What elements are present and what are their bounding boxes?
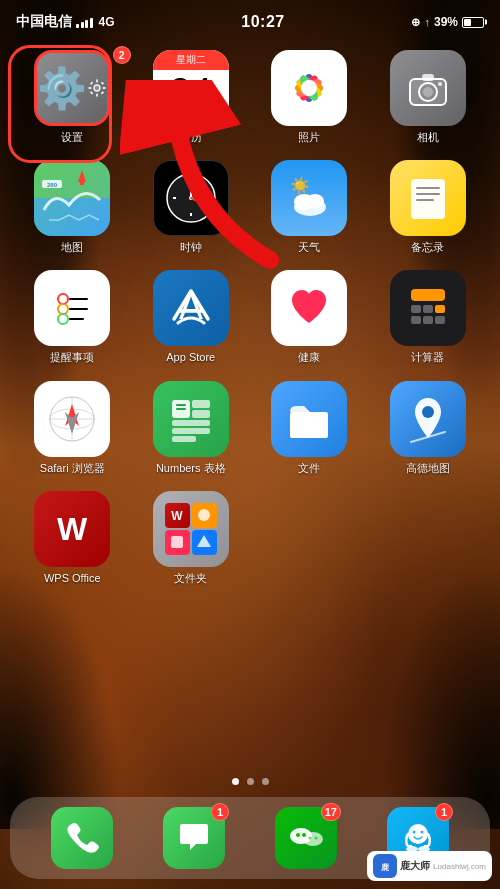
app-health[interactable]: 健康 — [255, 270, 364, 364]
folder-mini-icon2 — [192, 503, 217, 528]
svg-point-29 — [438, 82, 442, 86]
phone-icon — [51, 807, 113, 869]
calendar-icon: 星期二 24 — [153, 50, 229, 126]
app-grid: 2 设置 星期二 24 日历 — [10, 50, 490, 585]
svg-point-52 — [58, 294, 68, 304]
svg-text:W: W — [57, 511, 88, 547]
photos-icon — [271, 50, 347, 126]
app-notes[interactable]: 备忘录 — [374, 160, 483, 254]
status-time: 10:27 — [241, 13, 284, 31]
clock-icon — [153, 160, 229, 236]
safari-icon — [34, 381, 110, 457]
phone-svg — [64, 820, 100, 856]
app-safari[interactable]: Safari 浏览器 — [18, 381, 127, 475]
photos-svg — [282, 61, 336, 115]
watermark-badge: 鹿 鹿大师 Ludashiwj.com — [367, 851, 492, 881]
watermark-icon: 鹿 — [373, 854, 397, 878]
qq-badge: 1 — [435, 803, 453, 821]
svg-point-27 — [423, 87, 433, 97]
safari-label: Safari 浏览器 — [40, 462, 105, 475]
folder-label: 文件夹 — [174, 572, 207, 585]
svg-rect-2 — [96, 79, 98, 82]
wechat-badge: 17 — [321, 803, 341, 821]
svg-point-92 — [302, 833, 306, 837]
wps-label: WPS Office — [44, 572, 101, 585]
svg-point-91 — [296, 833, 300, 837]
maps-svg: 280 — [34, 160, 110, 236]
camera-label: 相机 — [417, 131, 439, 144]
svg-rect-62 — [423, 305, 433, 313]
safari-svg — [45, 392, 99, 446]
svg-rect-6 — [90, 81, 94, 85]
messages-badge: 1 — [211, 803, 229, 821]
svg-rect-79 — [172, 436, 196, 442]
dot-1[interactable] — [232, 778, 239, 785]
appstore-icon: A — [153, 270, 229, 346]
calculator-svg — [401, 281, 455, 335]
svg-point-54 — [58, 304, 68, 314]
dot-3[interactable] — [262, 778, 269, 785]
numbers-icon — [153, 381, 229, 457]
signal-bar-4 — [90, 18, 93, 28]
svg-rect-50 — [416, 193, 440, 195]
svg-point-94 — [315, 837, 318, 840]
folder-mini-wps: W — [165, 503, 190, 528]
app-photos[interactable]: 照片 — [255, 50, 364, 144]
svg-rect-64 — [411, 316, 421, 324]
app-reminders[interactable]: 提醒事项 — [18, 270, 127, 364]
settings-gear-svg — [87, 66, 107, 110]
files-label: 文件 — [298, 462, 320, 475]
app-folder[interactable]: W 文件夹 — [137, 491, 246, 585]
svg-rect-65 — [423, 316, 433, 324]
app-clock[interactable]: 时钟 — [137, 160, 246, 254]
watermark: 鹿 鹿大师 Ludashiwj.com — [367, 851, 492, 881]
calendar-weekday: 星期二 — [153, 50, 229, 70]
app-wps[interactable]: W WPS Office — [18, 491, 127, 585]
dock-wechat[interactable]: 17 — [275, 807, 337, 869]
svg-rect-80 — [176, 404, 186, 406]
luda-logo: 鹿 — [375, 856, 395, 876]
dock-messages[interactable]: 1 — [163, 807, 225, 869]
app-weather[interactable]: ☀️ 天气 — [255, 160, 364, 254]
signal-bars — [76, 16, 93, 28]
battery-percent: 39% — [434, 15, 458, 29]
app-settings[interactable]: 2 设置 — [18, 50, 127, 144]
svg-rect-76 — [192, 410, 210, 418]
dock-phone[interactable] — [51, 807, 113, 869]
svg-rect-51 — [416, 199, 434, 201]
files-svg — [282, 392, 336, 446]
svg-rect-7 — [101, 81, 105, 85]
svg-marker-87 — [197, 535, 211, 547]
calculator-label: 计算器 — [411, 351, 444, 364]
battery-icon — [462, 17, 484, 28]
app-appstore[interactable]: A App Store — [137, 270, 246, 364]
svg-rect-75 — [192, 400, 210, 408]
app-camera[interactable]: 相机 — [374, 50, 483, 144]
svg-point-23 — [301, 80, 317, 96]
clock-label: 时钟 — [180, 241, 202, 254]
settings-icon — [34, 50, 110, 126]
dot-2[interactable] — [247, 778, 254, 785]
signal-bar-3 — [85, 20, 88, 28]
status-left: 中国电信 4G — [16, 13, 115, 31]
svg-rect-9 — [101, 91, 105, 95]
app-maps[interactable]: 280 地图 — [18, 160, 127, 254]
numbers-svg — [164, 392, 218, 446]
svg-text:280: 280 — [47, 182, 58, 188]
app-numbers[interactable]: Numbers 表格 — [137, 381, 246, 475]
svg-rect-61 — [411, 305, 421, 313]
app-gaode[interactable]: 高德地图 — [374, 381, 483, 475]
health-svg — [282, 281, 336, 335]
app-calendar[interactable]: 星期二 24 日历 — [137, 50, 246, 144]
reminders-svg — [45, 281, 99, 335]
app-files[interactable]: 文件 — [255, 381, 364, 475]
camera-svg — [406, 66, 450, 110]
notes-label: 备忘录 — [411, 241, 444, 254]
gaode-icon — [390, 381, 466, 457]
svg-rect-4 — [89, 87, 92, 89]
app-calculator[interactable]: 计算器 — [374, 270, 483, 364]
weather-label: 天气 — [298, 241, 320, 254]
carrier-label: 中国电信 — [16, 13, 72, 31]
status-right: ⊕ ↑ 39% — [411, 15, 484, 29]
status-bar: 中国电信 4G 10:27 ⊕ ↑ 39% — [0, 0, 500, 44]
